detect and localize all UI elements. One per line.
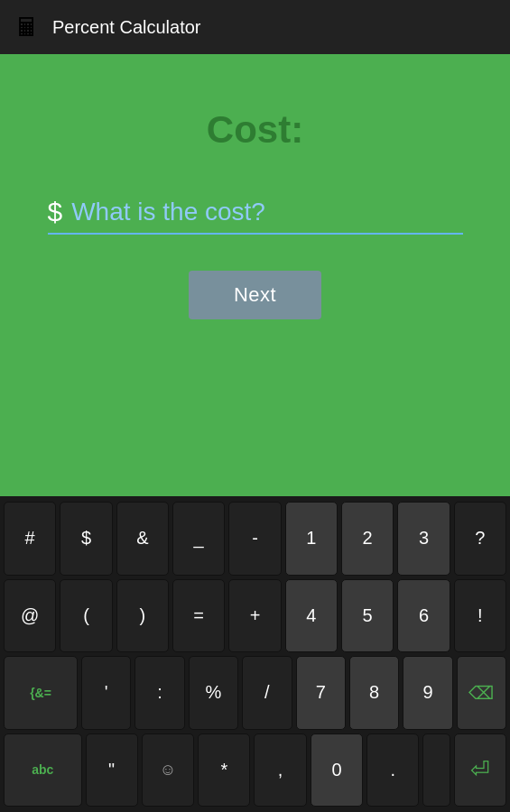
- backspace-icon: ⌫: [468, 682, 494, 704]
- key-amp[interactable]: &: [116, 502, 169, 576]
- key-minus[interactable]: -: [228, 502, 281, 576]
- key-percent[interactable]: %: [189, 656, 238, 730]
- enter-icon: ⏎: [470, 756, 490, 784]
- app-title: Percent Calculator: [52, 17, 201, 38]
- input-row: $: [48, 197, 463, 235]
- key-equals[interactable]: =: [172, 579, 225, 653]
- key-4[interactable]: 4: [285, 579, 338, 653]
- key-lparen[interactable]: (: [60, 579, 112, 653]
- key-slash[interactable]: /: [242, 656, 292, 730]
- key-at[interactable]: @: [4, 579, 56, 653]
- cost-input[interactable]: [71, 198, 462, 226]
- key-1[interactable]: 1: [285, 502, 338, 576]
- key-symbols[interactable]: {&=: [4, 656, 78, 730]
- key-5[interactable]: 5: [341, 579, 394, 653]
- key-3[interactable]: 3: [397, 502, 450, 576]
- cost-label: Cost:: [207, 108, 303, 152]
- keyboard-row-1: # $ & _ - 1 2 3 ?: [4, 502, 506, 576]
- key-7[interactable]: 7: [296, 656, 346, 730]
- key-comma[interactable]: ,: [254, 734, 306, 807]
- key-colon[interactable]: :: [134, 656, 184, 730]
- key-enter[interactable]: ⏎: [454, 734, 506, 807]
- key-question[interactable]: ?: [454, 502, 506, 576]
- top-bar: 🖩 Percent Calculator: [0, 0, 510, 54]
- key-asterisk[interactable]: *: [198, 734, 250, 807]
- key-exclaim[interactable]: !: [454, 579, 506, 653]
- key-8[interactable]: 8: [349, 656, 399, 730]
- key-rparen[interactable]: ): [116, 579, 169, 653]
- key-abc[interactable]: abc: [4, 734, 82, 807]
- calculator-icon: 🖩: [14, 13, 40, 42]
- key-period[interactable]: .: [366, 734, 419, 807]
- key-6[interactable]: 6: [397, 579, 450, 653]
- keyboard-row-4: abc " ☺ * , 0 . ⏎: [4, 734, 506, 807]
- key-dquote[interactable]: ": [86, 734, 138, 807]
- key-space[interactable]: [422, 734, 450, 807]
- key-2[interactable]: 2: [341, 502, 394, 576]
- key-emoji[interactable]: ☺: [142, 734, 194, 807]
- keyboard-row-2: @ ( ) = + 4 5 6 !: [4, 579, 506, 653]
- dollar-sign: $: [48, 197, 63, 227]
- keyboard-row-3: {&= ' : % / 7 8 9 ⌫: [4, 656, 506, 730]
- key-9[interactable]: 9: [403, 656, 452, 730]
- key-hash[interactable]: #: [4, 502, 56, 576]
- key-underscore[interactable]: _: [172, 502, 225, 576]
- key-dollar[interactable]: $: [60, 502, 112, 576]
- main-area: Cost: $ Next: [0, 54, 510, 496]
- key-plus[interactable]: +: [228, 579, 281, 653]
- key-0[interactable]: 0: [311, 734, 363, 807]
- keyboard: # $ & _ - 1 2 3 ? @ ( ) = + 4 5 6 ! {&= …: [0, 496, 510, 812]
- key-backspace[interactable]: ⌫: [457, 656, 506, 730]
- key-apostrophe[interactable]: ': [81, 656, 131, 730]
- next-button[interactable]: Next: [189, 271, 321, 319]
